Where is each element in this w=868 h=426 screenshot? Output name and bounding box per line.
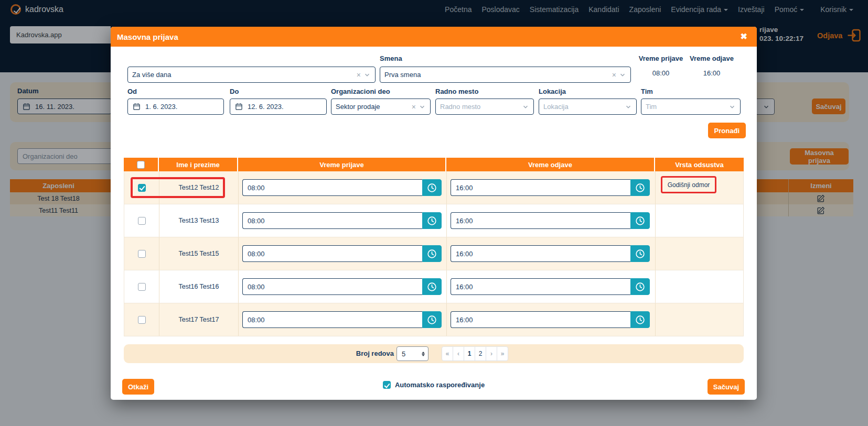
page-1-button[interactable]: 1 — [464, 346, 475, 361]
vreme-odjave-value: 16:00 — [687, 69, 737, 77]
clock-button[interactable] — [422, 278, 442, 295]
auto-schedule-checkbox[interactable] — [383, 381, 391, 389]
row-checkbox[interactable] — [138, 250, 146, 258]
tim-select[interactable]: Tim — [641, 99, 741, 115]
clock-button[interactable] — [630, 212, 650, 229]
absence-value-annotated: Godišnji odmor — [661, 176, 716, 193]
close-icon[interactable]: ✖ — [741, 32, 747, 41]
clock-icon — [427, 183, 437, 193]
employee-name: Test13 Test13 — [159, 204, 239, 237]
od-date-input[interactable]: 1. 6. 2023. — [127, 99, 224, 115]
employee-name: Test12 Test12 — [159, 171, 239, 204]
chevron-down-icon — [419, 103, 426, 111]
od-label: Od — [127, 88, 137, 95]
clock-button[interactable] — [422, 212, 442, 229]
select-all-checkbox[interactable] — [137, 161, 145, 169]
modal-header: Masovna prijava ✖ — [111, 27, 757, 47]
smena-select[interactable]: Prva smena × — [380, 67, 631, 83]
time-in-input[interactable] — [242, 179, 422, 196]
clock-icon — [427, 315, 437, 325]
row-checkbox[interactable] — [138, 217, 146, 225]
do-date-input[interactable]: 12. 6. 2023. — [230, 99, 327, 115]
find-button[interactable]: Pronađi — [708, 123, 746, 138]
time-in-input[interactable] — [242, 311, 422, 328]
masovna-prijava-modal: Masovna prijava ✖ Za više dana × Smena P… — [111, 27, 757, 400]
pagination-group: « ‹ 1 2 › » — [442, 346, 508, 361]
mode-select[interactable]: Za više dana × — [127, 67, 376, 83]
employee-name: Test17 Test17 — [159, 303, 239, 336]
clock-button[interactable] — [422, 311, 442, 328]
clock-button[interactable] — [422, 179, 442, 196]
rows-per-page-select[interactable]: 5 — [397, 346, 428, 361]
app-canvas: kadrovska Početna Poslodavac Sistematiza… — [0, 0, 868, 426]
page-last-button[interactable]: » — [497, 346, 508, 361]
auto-schedule-label: Automatsko raspoređivanje — [395, 381, 485, 389]
do-label: Do — [230, 88, 239, 95]
clock-icon — [635, 315, 645, 325]
vreme-prijave-value: 08:00 — [637, 69, 685, 77]
time-in-input[interactable] — [242, 245, 422, 262]
clock-icon — [635, 216, 645, 226]
clock-button[interactable] — [630, 278, 650, 295]
time-out-header-cell: Vreme odjave — [446, 158, 655, 172]
clock-button[interactable] — [630, 179, 650, 196]
chevron-down-icon — [363, 71, 371, 79]
employee-name: Test15 Test15 — [159, 237, 239, 270]
time-out-input[interactable] — [451, 278, 630, 295]
clock-icon — [427, 249, 437, 259]
vreme-prijave-label: Vreme prijave — [637, 54, 685, 62]
page-next-button[interactable]: › — [486, 346, 497, 361]
clear-icon[interactable]: × — [612, 71, 616, 79]
time-out-input[interactable] — [451, 311, 630, 328]
absence-header-cell: Vrsta odsustva — [655, 158, 744, 172]
page-prev-button[interactable]: ‹ — [453, 346, 464, 361]
table-row: Test17 Test17 — [124, 303, 744, 336]
clear-icon[interactable]: × — [357, 71, 361, 79]
clock-button[interactable] — [630, 311, 650, 328]
table-row: Test16 Test16 — [124, 270, 744, 303]
spinner-icon — [422, 352, 425, 356]
modal-table-header: Ime i prezime Vreme prijave Vreme odjave… — [124, 158, 744, 172]
radno-mesto-select[interactable]: Radno mesto — [435, 99, 534, 115]
table-row: Test13 Test13 — [124, 204, 744, 237]
row-checkbox[interactable] — [138, 316, 146, 324]
rows-per-page-label: Broj redova — [356, 349, 394, 357]
calendar-icon — [133, 103, 141, 111]
clock-icon — [427, 216, 437, 226]
clock-button[interactable] — [422, 245, 442, 262]
chevron-down-icon — [625, 103, 632, 111]
auto-schedule-group: Automatsko raspoređivanje — [111, 381, 757, 389]
pagination-bar: Broj redova 5 « ‹ 1 2 › » — [124, 344, 744, 363]
calendar-icon — [235, 103, 243, 111]
smena-label: Smena — [380, 54, 402, 62]
time-out-input[interactable] — [451, 245, 630, 262]
clock-button[interactable] — [630, 245, 650, 262]
chevron-down-icon — [619, 71, 626, 79]
time-in-input[interactable] — [242, 278, 422, 295]
page-2-button[interactable]: 2 — [475, 346, 486, 361]
row-checkbox[interactable] — [138, 283, 146, 291]
time-in-input[interactable] — [242, 212, 422, 229]
clock-icon — [635, 183, 645, 193]
table-row: Test15 Test15 — [124, 237, 744, 270]
name-header-cell: Ime i prezime — [159, 158, 238, 172]
employee-name: Test16 Test16 — [159, 270, 239, 303]
time-out-input[interactable] — [451, 179, 630, 196]
radno-mesto-label: Radno mesto — [435, 88, 478, 95]
modal-title: Masovna prijava — [117, 32, 178, 41]
chevron-down-icon — [728, 103, 736, 111]
row-checkbox[interactable] — [138, 184, 146, 192]
clock-icon — [635, 249, 645, 259]
org-deo-label: Organizacioni deo — [331, 88, 390, 95]
vreme-odjave-label: Vreme odjave — [687, 54, 737, 62]
lokacija-select[interactable]: Lokacija — [539, 99, 637, 115]
time-in-header-cell: Vreme prijave — [238, 158, 446, 172]
save-button[interactable]: Sačuvaj — [708, 379, 745, 395]
page-first-button[interactable]: « — [442, 346, 453, 361]
org-deo-select[interactable]: Sektor prodaje × — [331, 99, 431, 115]
lokacija-label: Lokacija — [539, 88, 566, 95]
clear-icon[interactable]: × — [412, 103, 416, 111]
table-row: Test12 Test12 — [124, 171, 744, 204]
time-out-input[interactable] — [451, 212, 630, 229]
clock-icon — [427, 282, 437, 292]
